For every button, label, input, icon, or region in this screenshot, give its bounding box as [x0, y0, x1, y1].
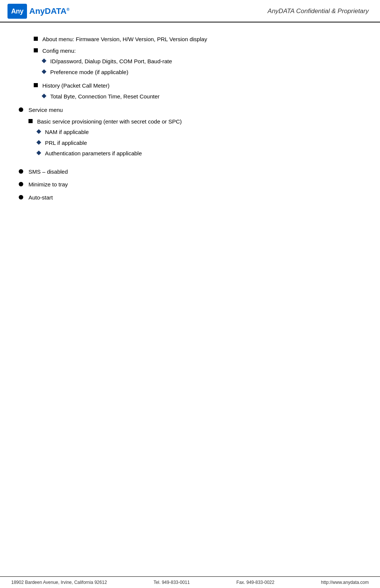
level2-list-top: About menu: Firmware Version, H/W Versio… [34, 35, 361, 103]
list-item: About menu: Firmware Version, H/W Versio… [34, 35, 361, 44]
footer-tel: Tel. 949-833-0011 [154, 580, 190, 585]
level3-list-service: NAM if applicable PRL if applicable Auth… [37, 128, 361, 158]
level2-list-service: Basic service provisioning (enter with s… [28, 118, 361, 160]
diamond-bullet-icon [36, 129, 41, 134]
list-item: Authentication parameters if applicable [37, 149, 361, 158]
diamond-bullet-icon [42, 58, 46, 63]
logo-box: Any [7, 4, 27, 19]
item-history: History (Packet Call Meter) Total Byte, … [42, 82, 361, 103]
top-section: About menu: Firmware Version, H/W Versio… [34, 35, 361, 103]
circle-bullet-icon [19, 169, 23, 174]
logo-reg: ® [66, 7, 69, 12]
list-item: Total Byte, Connection Time, Reset Count… [42, 92, 361, 101]
square-bullet-icon [34, 48, 38, 52]
circle-bullet-icon [19, 107, 23, 112]
logo-inner-text: Any [11, 7, 24, 15]
header-title: AnyDATA Confidential & Proprietary [268, 7, 369, 15]
list-item: Basic service provisioning (enter with s… [28, 118, 361, 160]
list-item: NAM if applicable [37, 128, 361, 137]
level1-list: Service menu Basic service provisioning … [19, 106, 361, 202]
main-content: About menu: Firmware Version, H/W Versio… [0, 22, 380, 225]
circle-bullet-icon [19, 182, 23, 186]
diamond-bullet-icon [42, 69, 46, 74]
item-config-menu: Config menu: ID/password, Dialup Digits,… [42, 47, 361, 79]
circle-bullet-icon [19, 195, 23, 199]
footer-address: 18902 Bardeen Avenue, Irvine, California… [11, 580, 107, 585]
service-menu-content: Service menu Basic service provisioning … [28, 106, 361, 163]
footer-website: http://www.anydata.com [321, 580, 369, 585]
list-item-sms: SMS – disabled [19, 168, 361, 176]
list-item: Preference mode (if applicable) [42, 68, 361, 77]
diamond-bullet-icon [36, 150, 41, 155]
footer-fax: Fax. 949-833-0022 [236, 580, 274, 585]
square-bullet-icon [34, 83, 38, 87]
square-bullet-icon [28, 119, 33, 123]
level3-list-config: ID/password, Dialup Digits, COM Port, Ba… [42, 57, 361, 76]
basic-service-content: Basic service provisioning (enter with s… [37, 118, 361, 160]
list-item-auto-start: Auto-start [19, 194, 361, 202]
list-item: Config menu: ID/password, Dialup Digits,… [34, 47, 361, 79]
square-bullet-icon [34, 37, 38, 41]
list-item-minimize: Minimize to tray [19, 180, 361, 189]
logo-area: Any AnyDATA® [7, 4, 70, 19]
diamond-bullet-icon [42, 94, 46, 98]
page-footer: 18902 Bardeen Avenue, Irvine, California… [0, 576, 380, 588]
list-item: ID/password, Dialup Digits, COM Port, Ba… [42, 57, 361, 66]
item-about-menu: About menu: Firmware Version, H/W Versio… [42, 35, 361, 44]
logo-brand: AnyDATA® [29, 6, 70, 16]
list-item-service-menu: Service menu Basic service provisioning … [19, 106, 361, 163]
list-item: History (Packet Call Meter) Total Byte, … [34, 82, 361, 103]
level3-list-history: Total Byte, Connection Time, Reset Count… [42, 92, 361, 101]
diamond-bullet-icon [36, 140, 41, 145]
page-header: Any AnyDATA® AnyDATA Confidential & Prop… [0, 0, 380, 22]
list-item: PRL if applicable [37, 139, 361, 147]
